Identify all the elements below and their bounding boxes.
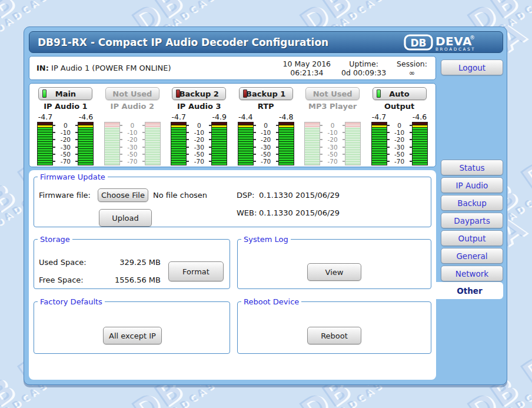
meter-segment xyxy=(413,151,427,153)
tick-mark xyxy=(254,147,256,148)
tick-label: -70 xyxy=(127,158,137,164)
format-button[interactable]: Format xyxy=(168,261,224,281)
meter-segment xyxy=(345,122,360,125)
input-value: IP Audio 1 (POWER FM ONLINE) xyxy=(51,64,171,72)
channel-mode-button[interactable]: Backup 2 xyxy=(172,87,226,100)
sidebar-item-general[interactable]: General xyxy=(441,248,503,264)
sidebar-item-output[interactable]: Output xyxy=(441,230,503,246)
tick-mark xyxy=(120,125,122,126)
scale-tick: 0 xyxy=(387,122,412,128)
channel-name: IP Audio 2 xyxy=(111,102,154,112)
reboot-button[interactable]: Reboot xyxy=(307,327,361,344)
channel-mode-button[interactable]: Main xyxy=(38,87,92,100)
meter-segment xyxy=(78,122,93,125)
meter-segment xyxy=(345,144,360,146)
sidebar-item-dayparts[interactable]: Dayparts xyxy=(441,213,503,228)
system-log-legend: System Log xyxy=(241,235,291,244)
level-meter-bar xyxy=(104,122,120,165)
scale-tick: -70 xyxy=(120,158,145,164)
dsp-version-value: 0.1.1330 2015/06/29 xyxy=(259,191,340,200)
scale-tick: -70 xyxy=(53,158,78,164)
channel-mode-button[interactable]: Not Used xyxy=(305,87,360,100)
meter-segment xyxy=(305,122,320,125)
scale-tick: -30 xyxy=(187,144,211,150)
meter-channel: Not UsedMP3 Player0-10-20-30-50-70 xyxy=(302,87,363,167)
meter-segment xyxy=(413,147,427,148)
view-log-button[interactable]: View xyxy=(307,263,361,281)
factory-defaults-button[interactable]: All except IP xyxy=(103,327,162,344)
upload-button[interactable]: Upload xyxy=(99,209,152,227)
svg-text:®: ® xyxy=(470,35,475,41)
sidebar-item-other[interactable]: Other xyxy=(436,282,503,299)
meter-channel: Backup 2IP Audio 3-4.70-10-20-30-50-70-4… xyxy=(168,87,230,167)
meter-segment xyxy=(38,161,52,162)
meter-segment xyxy=(145,142,160,144)
meter-segment xyxy=(413,158,427,160)
left-meter-column: -4.7 xyxy=(371,112,387,165)
meter-segment xyxy=(238,154,253,155)
meter-pair: -4.70-10-20-30-50-70-4.6 xyxy=(37,112,94,165)
choose-file-button[interactable]: Choose File xyxy=(98,188,148,202)
meter-segment xyxy=(145,158,160,160)
tick-mark xyxy=(254,154,256,155)
tick-label: 0 xyxy=(197,122,201,128)
sidebar-item-status[interactable]: Status xyxy=(441,160,503,175)
tick-label: -70 xyxy=(61,158,71,164)
scale-tick: -20 xyxy=(53,137,78,142)
tick-mark xyxy=(187,147,189,148)
tick-mark xyxy=(320,147,322,148)
tick-label: -50 xyxy=(328,151,338,157)
meter-channel: AutoOutput-4.70-10-20-30-50-70-4.6 xyxy=(369,87,430,167)
channel-mode-button[interactable]: Backup 1 xyxy=(239,87,293,100)
tick-label: -30 xyxy=(328,144,338,150)
meter-segment xyxy=(279,158,294,160)
used-space-value: 329.25 MB xyxy=(102,258,161,267)
meter-segment xyxy=(171,125,186,127)
meter-segment xyxy=(105,122,119,125)
tick-mark xyxy=(387,147,390,148)
meter-segment xyxy=(372,128,387,130)
logout-button[interactable]: Logout xyxy=(441,59,503,75)
tick-label: -10 xyxy=(61,130,71,135)
meter-segment xyxy=(305,125,320,127)
page-title: DB91-RX - Compact IP Audio Decoder Confi… xyxy=(38,37,328,48)
tick-mark xyxy=(187,161,189,162)
sidebar-item-ip-audio[interactable]: IP Audio xyxy=(441,177,503,193)
meter-segment xyxy=(105,147,119,148)
meter-pair: -4.40-10-20-30-50-70-4.8 xyxy=(238,112,294,165)
meter-segment xyxy=(238,137,253,139)
meter-segment xyxy=(238,163,253,165)
tick-mark xyxy=(120,132,122,133)
meter-segment xyxy=(372,149,387,151)
tick-label: -50 xyxy=(61,151,71,157)
meter-segment xyxy=(372,125,387,127)
meter-segment xyxy=(38,144,52,146)
meter-segment xyxy=(38,140,52,141)
meter-segment xyxy=(145,135,160,137)
channel-mode-button[interactable]: Auto xyxy=(373,87,427,100)
channel-mode-button[interactable]: Not Used xyxy=(105,87,159,100)
channel-mode-label: Not Used xyxy=(313,89,353,98)
level-meter-bar xyxy=(145,122,161,165)
meter-segment xyxy=(38,132,52,134)
meter-segment xyxy=(279,140,294,141)
meter-segment xyxy=(372,156,387,158)
left-db-value: -4.7 xyxy=(38,112,52,122)
used-space-label: Used Space: xyxy=(39,258,87,267)
uptime-display: Uptime: 0d 00:09:33 xyxy=(341,59,386,77)
meter-segment xyxy=(413,161,427,162)
tick-label: -10 xyxy=(127,130,137,135)
tick-mark xyxy=(320,139,322,140)
meter-segment xyxy=(345,140,360,141)
meter-segment xyxy=(212,140,227,141)
sidebar-item-backup[interactable]: Backup xyxy=(441,195,503,211)
tick-mark xyxy=(187,154,189,155)
scale-tick: -50 xyxy=(187,151,211,157)
system-log-section: System Log View xyxy=(237,235,431,289)
meter-segment xyxy=(345,125,360,127)
meter-segment xyxy=(305,149,320,151)
left-db-value: -4.4 xyxy=(238,112,252,122)
meter-segment xyxy=(372,142,387,144)
scale-tick: -10 xyxy=(254,130,278,135)
sidebar-item-network[interactable]: Network xyxy=(441,266,503,281)
